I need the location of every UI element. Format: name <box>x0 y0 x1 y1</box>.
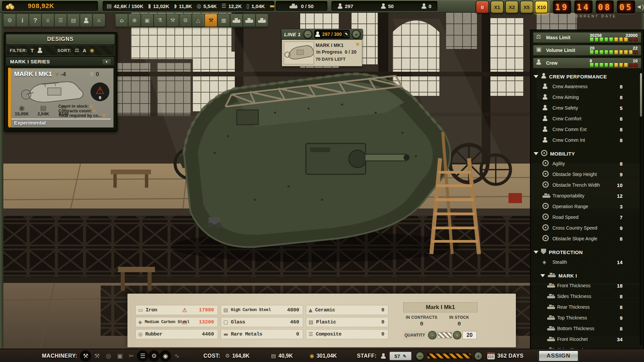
machine-saw-icon[interactable]: ◉ <box>160 350 171 362</box>
sort-weight-icon[interactable]: ⚖ <box>75 48 79 53</box>
maintenance-button[interactable]: ⚙ <box>179 14 192 27</box>
slope-angle-icon <box>542 235 549 241</box>
defense-button[interactable] <box>243 14 256 27</box>
machine-roller-icon[interactable]: ◎ <box>103 350 114 362</box>
speed-x5-button[interactable]: X5 <box>520 1 533 13</box>
stat-sides-thickness[interactable]: Sides Thickness8 <box>531 291 643 302</box>
machine-drill-icon[interactable]: ⚙ <box>148 350 160 362</box>
machine-power-hammer-icon[interactable]: ⚒ <box>91 350 103 362</box>
tank-production-value: 0 / 50 <box>301 3 314 9</box>
quantity-plus-button[interactable]: + <box>453 331 462 340</box>
subsection-mark1[interactable]: MARK I <box>540 272 641 280</box>
stat-obstacle-trench-width[interactable]: Obstacle Trench Width10 <box>531 180 643 190</box>
achievements-button[interactable]: ♕ <box>42 14 54 27</box>
workshop-button[interactable]: ⚒ <box>166 14 179 27</box>
section-protection[interactable]: PROTECTION <box>534 248 641 256</box>
military-ops-button[interactable]: ⚔ <box>93 14 105 27</box>
info-button[interactable]: i <box>16 14 29 27</box>
crew-safety-icon <box>542 105 548 110</box>
stat-bottom-thickness[interactable]: Bottom Thickness8 <box>531 323 643 334</box>
line-staff-plus-button[interactable]: + <box>352 30 361 39</box>
speed-x2-button[interactable]: X2 <box>505 1 519 13</box>
section-mobility[interactable]: MOBILITY <box>534 149 641 158</box>
production-button[interactable]: ⚒ <box>205 14 217 27</box>
reports-button[interactable]: ▤ <box>67 14 80 27</box>
stat-crew-comm-ext[interactable]: Crew Comm Ext8 <box>531 124 643 135</box>
stat-cross-country-speed[interactable]: Cross Country Speed9 <box>531 223 643 233</box>
series-collapse-arrow[interactable]: ▼ <box>102 59 111 65</box>
stat-obstacle-step-height[interactable]: Obstacle Step Height9 <box>531 169 643 180</box>
design-warnings-badge[interactable]: ⚠ 9 <box>91 82 109 101</box>
protection-shield-icon <box>541 249 546 254</box>
machine-riveter-icon[interactable]: ☰ <box>137 350 148 362</box>
section-crew-performance[interactable]: CREW PERFORMANCE <box>534 72 641 80</box>
stat-stealth[interactable]: ◈Stealth14 <box>531 257 643 267</box>
pause-button[interactable]: II <box>476 1 489 13</box>
stats-scrollbar[interactable] <box>640 70 642 345</box>
stats-scrollbar-thumb[interactable] <box>640 73 642 117</box>
assign-button[interactable]: ASSIGN <box>538 350 579 362</box>
quantity-slider[interactable] <box>438 332 452 338</box>
stat-front-thickness[interactable]: Front Thickness18 <box>531 280 643 291</box>
factory-button[interactable]: ⌂ <box>115 14 128 27</box>
machine-paint-icon[interactable]: ✂ <box>125 350 137 362</box>
designs-panel: DESIGNS FILTER: T SORT: ⚖ A ◉ MARK I SER… <box>4 32 117 131</box>
settings-button[interactable]: ⚙ <box>3 14 16 27</box>
stat-crew-safety[interactable]: Crew Safety5 <box>531 103 643 113</box>
sort-cost-icon[interactable]: ◉ <box>90 48 95 53</box>
sort-alpha-icon[interactable]: A <box>83 48 86 53</box>
queue-item-days-left: 70 DAYS LEFT <box>316 57 345 62</box>
stat-front-ricochet[interactable]: Front Ricochet34 <box>531 334 643 345</box>
stat-crew-comm-int[interactable]: Crew Comm Int8 <box>531 135 643 145</box>
filter-name-icon[interactable]: T <box>31 48 34 53</box>
intelligence-button[interactable] <box>80 14 93 27</box>
design-bureau-button[interactable]: △ <box>192 14 205 27</box>
line-queue-item[interactable]: MARK I MK1 In Progress 0 / 20 70 DAYS LE… <box>282 40 362 66</box>
stat-agility[interactable]: Agility8 <box>531 158 643 169</box>
units-button[interactable] <box>230 14 243 27</box>
resource-steel-beam: ☰12,2K <box>221 3 241 9</box>
stat-operation-range[interactable]: Operation Range3 <box>531 201 643 212</box>
crew-aiming-icon <box>542 94 548 100</box>
crew-performance-icon <box>541 73 546 78</box>
staff-count-field[interactable]: 57✎ <box>389 352 412 360</box>
speed-x1-button[interactable]: X1 <box>490 1 504 13</box>
trench-width-icon <box>542 181 549 188</box>
queue-item-close-icon[interactable]: ✕ <box>356 41 360 48</box>
line-staff-minus-button[interactable]: − <box>304 30 312 39</box>
research-button[interactable]: ⚗ <box>154 14 166 27</box>
stat-crew-awareness[interactable]: Crew Awareness8 <box>531 81 643 92</box>
contracts-button[interactable]: ▣ <box>141 14 154 27</box>
material-row-plastic: ▨Plastic 0 <box>306 317 388 327</box>
series-header[interactable]: MARK I SERIES ▼ <box>6 57 114 66</box>
staff-minus-button[interactable]: − <box>416 352 424 360</box>
notifications-speaker-icon[interactable]: ◄) <box>636 1 643 12</box>
stat-transportability[interactable]: Transportability12 <box>531 190 643 201</box>
line-staff-edit-icon[interactable]: ✎ <box>344 32 349 37</box>
stat-crew-aiming[interactable]: Crew Aiming8 <box>531 92 643 103</box>
machine-welder-icon[interactable]: ▣ <box>114 350 125 362</box>
cost-money: ◉301,04K <box>310 353 337 359</box>
warehouse-button[interactable]: ▦ <box>217 14 230 27</box>
mass-weight-icon: ⚖ <box>536 34 541 40</box>
help-button[interactable]: ? <box>29 14 42 27</box>
speed-x10-button[interactable]: X10 <box>535 1 548 13</box>
staff-slider[interactable] <box>427 353 471 359</box>
stat-top-thickness[interactable]: Top Thickness9 <box>531 312 643 323</box>
machine-spring-icon[interactable]: ∿ <box>171 350 182 362</box>
world-map-button[interactable]: ⊕ <box>128 14 141 27</box>
stat-rear-thickness[interactable]: Rear Thickness8 <box>531 302 643 312</box>
filter-designer-icon[interactable] <box>37 48 43 53</box>
stat-obstacle-slope-angle[interactable]: Obstacle Slope Angle8 <box>531 233 643 244</box>
design-card-mark1-mk1[interactable]: MARK I MK1 ❦ -4 ⚲0 ⚠ 9 ◉15,05K ▤2,04K ⚙8… <box>8 68 114 128</box>
staff-plus-button[interactable]: + <box>474 352 483 360</box>
briefcase-icon: ▣ <box>145 18 150 23</box>
quantity-minus-button[interactable]: − <box>428 331 437 340</box>
tools-icon: ⚒ <box>170 18 175 23</box>
stat-crew-comfort[interactable]: Crew Comfort8 <box>531 113 643 124</box>
machine-drill-press-icon[interactable]: ⚒ <box>80 350 91 362</box>
newspaper-button[interactable]: ☰ <box>54 14 67 27</box>
stat-road-speed[interactable]: Road Speed7 <box>531 212 643 223</box>
cost-materials: ▤40,9K <box>271 353 293 359</box>
deployment-button[interactable] <box>256 14 268 27</box>
